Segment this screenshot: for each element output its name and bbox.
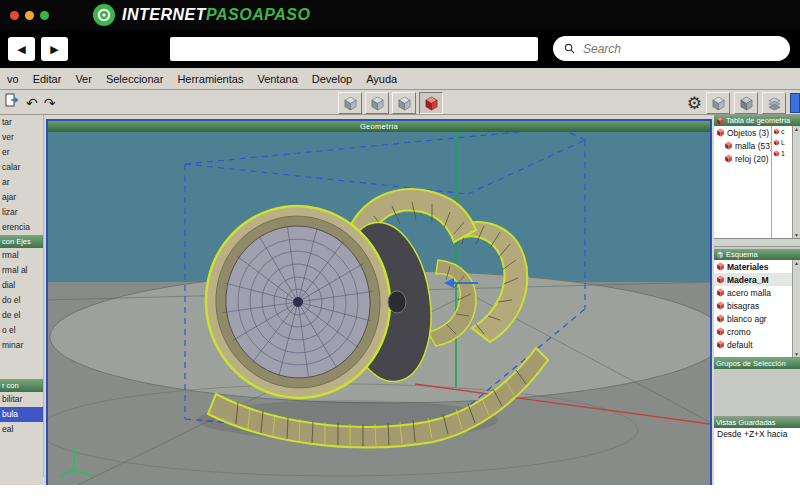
red-cube-icon	[716, 117, 724, 125]
scroll-down-icon[interactable]: ▼	[794, 351, 799, 357]
material-row[interactable]: Madera_M	[714, 273, 800, 286]
red-cube-icon	[716, 288, 725, 297]
sidebar-item[interactable]: bula	[0, 407, 43, 422]
red-cube-icon	[716, 327, 725, 336]
menu-item[interactable]: Ventana	[250, 73, 304, 85]
menu-item[interactable]: Ver	[68, 73, 99, 85]
tree-horizontal-scrollbar[interactable]	[714, 239, 800, 247]
display-mode-ghosted-button[interactable]	[392, 92, 416, 114]
layer-toggle-label: L	[781, 139, 785, 146]
material-row[interactable]: blanco agr	[714, 312, 800, 325]
minimize-window-icon[interactable]	[25, 11, 34, 20]
sidebar-item[interactable]: dial	[0, 278, 43, 293]
sidebar-item-label: lizar	[2, 207, 18, 217]
viewport-title: Geometría	[360, 122, 398, 131]
materials-rows: Materiales Madera_M acero malla	[714, 260, 800, 351]
sidebar-item[interactable]: rmal	[0, 248, 43, 263]
sidebar-item[interactable]: ver	[0, 130, 43, 145]
brand-title: INTERNETPASOAPASO	[122, 6, 310, 24]
search-box[interactable]	[553, 36, 790, 61]
undo-icon[interactable]: ↶	[26, 93, 38, 113]
sidebar-item[interactable]: con Ejes	[0, 235, 43, 248]
sidebar-item[interactable]: tar	[0, 115, 43, 130]
viewport-3d[interactable]: Geometría	[46, 119, 712, 487]
layer-toggle-column: c L 1	[771, 126, 793, 238]
sidebar-item-label: r con	[2, 381, 19, 390]
menubar: voEditarVerSeleccionarHerramientasVentan…	[0, 68, 800, 90]
sidebar-item-label: ar	[2, 177, 10, 187]
layer-toggle-label: c	[781, 128, 785, 135]
command-sidebar: tarverercalararajarlizarerenciacon Ejesr…	[0, 115, 44, 477]
layer-toggle[interactable]: c	[772, 126, 793, 137]
saved-views-header: Vistas Guardadas	[714, 417, 800, 428]
material-row-label: cromo	[727, 327, 751, 337]
cube-icon	[716, 251, 724, 259]
forward-button[interactable]: ▶	[41, 37, 68, 61]
display-mode-rendered-button[interactable]	[419, 92, 443, 114]
scroll-up-icon[interactable]: ▲	[794, 260, 799, 266]
sidebar-item[interactable]: r con	[0, 379, 43, 392]
watch-model[interactable]	[194, 189, 548, 447]
layer-toggle[interactable]: L	[772, 137, 793, 148]
menu-item[interactable]: Herramientas	[170, 73, 250, 85]
tree-row-label: Objetos (3)	[727, 128, 769, 138]
material-row[interactable]: acero malla	[714, 286, 800, 299]
red-cube-icon	[716, 275, 725, 284]
address-bar[interactable]	[170, 37, 538, 61]
viewport-title-bar[interactable]: Geometría	[48, 121, 710, 132]
sidebar-item[interactable]: ar	[0, 175, 43, 190]
saved-views-title: Vistas Guardadas	[716, 417, 775, 428]
menu-item[interactable]: Develop	[305, 73, 359, 85]
sidebar-item[interactable]: ajar	[0, 190, 43, 205]
import-file-icon[interactable]	[4, 92, 20, 113]
menu-item[interactable]: Seleccionar	[99, 73, 170, 85]
settings-gear-icon[interactable]: ⚙	[687, 93, 702, 114]
menu-item[interactable]: Ayuda	[359, 73, 404, 85]
back-button[interactable]: ◀	[8, 37, 35, 61]
sidebar-item[interactable]: erencia	[0, 220, 43, 235]
selection-groups-empty-area	[714, 369, 800, 417]
schema-title: Esquema	[726, 249, 758, 260]
object-cube-alt-button[interactable]	[734, 92, 758, 114]
search-input[interactable]	[581, 41, 770, 57]
saved-view-row[interactable]: Desde +Z+X hacia	[714, 428, 800, 441]
maximize-window-icon[interactable]	[40, 11, 49, 20]
layer-toggle[interactable]: 1	[772, 148, 793, 159]
layer-toggle-label: 1	[781, 150, 785, 157]
sidebar-item-label: rmal	[2, 250, 19, 260]
materials-scrollbar[interactable]: ▲ ▼	[792, 260, 800, 357]
scroll-down-icon[interactable]: ▼	[794, 232, 799, 238]
scroll-up-icon[interactable]: ▲	[794, 126, 799, 132]
material-row[interactable]: bisagras	[714, 299, 800, 312]
redo-icon[interactable]: ↷	[44, 93, 56, 113]
search-icon	[564, 40, 575, 58]
sidebar-item[interactable]: de el	[0, 308, 43, 323]
menu-item[interactable]: Editar	[26, 73, 69, 85]
viewport-3d-scene[interactable]	[48, 132, 710, 485]
sidebar-item[interactable]: rmal al	[0, 263, 43, 278]
display-mode-shaded-button[interactable]	[365, 92, 389, 114]
sidebar-item[interactable]: lizar	[0, 205, 43, 220]
sidebar-item[interactable]: minar	[0, 338, 43, 353]
display-mode-wireframe-button[interactable]	[338, 92, 362, 114]
close-window-icon[interactable]	[10, 11, 19, 20]
toolbar: ↶ ↷ ⚙	[0, 90, 800, 115]
sidebar-item[interactable]: calar	[0, 160, 43, 175]
sidebar-item[interactable]: do el	[0, 293, 43, 308]
sidebar-item[interactable]: o el	[0, 323, 43, 338]
sidebar-item[interactable]: eal	[0, 422, 43, 437]
material-row[interactable]: Materiales	[714, 260, 800, 273]
material-row[interactable]: cromo	[714, 325, 800, 338]
object-cube-button[interactable]	[706, 92, 730, 114]
sidebar-item[interactable]: bilitar	[0, 392, 43, 407]
sidebar-item[interactable]: er	[0, 145, 43, 160]
sidebar-item-label: tar	[2, 117, 12, 127]
geometry-table-title: Tabla de geometría	[726, 115, 790, 126]
cut-off-tool-icon[interactable]	[790, 93, 800, 113]
tree-scrollbar[interactable]: ▲ ▼	[792, 126, 800, 238]
menu-item[interactable]: vo	[0, 73, 26, 85]
sidebar-item[interactable]	[0, 353, 43, 379]
layers-icon[interactable]	[762, 92, 786, 114]
selection-groups-title: Grupos de Selección	[716, 358, 786, 369]
material-row[interactable]: default	[714, 338, 800, 351]
